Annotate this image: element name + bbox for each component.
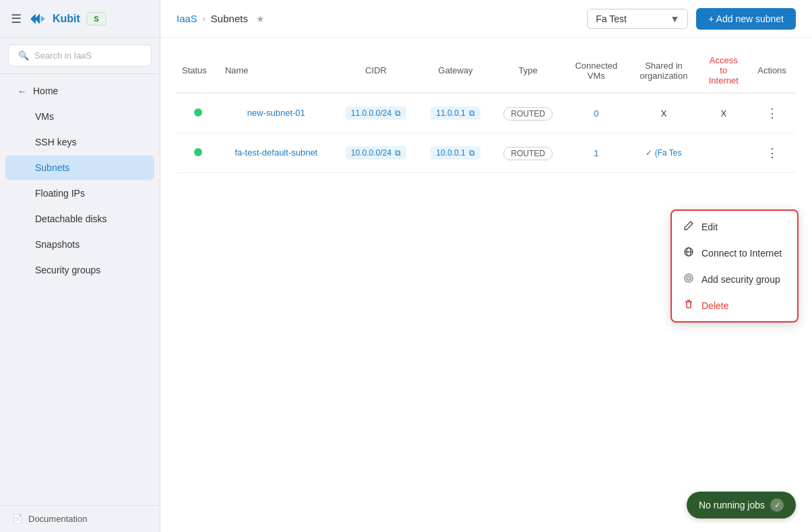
gateway-badge-2: 10.0.0.1 ⧉ — [431, 146, 480, 160]
row2-type: ROUTED — [492, 133, 564, 173]
row2-actions: ⋮ — [748, 133, 796, 173]
sidebar-item-subnets[interactable]: Subnets — [5, 156, 154, 180]
context-delete-label: Delete — [701, 300, 728, 311]
context-menu-edit[interactable]: Edit — [672, 213, 797, 240]
status-dot-green-2 — [194, 148, 202, 156]
sidebar-item-snapshots-label: Snapshots — [35, 239, 80, 250]
main-content: IaaS › Subnets ★ Fa Test ▼ + Add new sub… — [160, 0, 812, 532]
security-icon — [683, 273, 695, 286]
sidebar-item-detachable-disks-label: Detachable disks — [35, 213, 107, 224]
logo-area: Kubit S — [28, 11, 107, 26]
trash-icon — [683, 299, 695, 312]
row2-cidr: 10.0.0.0/24 ⧉ — [333, 133, 419, 173]
row2-name: fa-test-default-subnet — [220, 133, 333, 173]
col-access-internet: AccesstoInternet — [699, 48, 748, 93]
status-bar: No running jobs ✓ — [687, 492, 796, 519]
context-edit-label: Edit — [701, 222, 718, 232]
top-bar: IaaS › Subnets ★ Fa Test ▼ + Add new sub… — [160, 0, 812, 38]
copy-cidr-icon-2[interactable]: ⧉ — [395, 148, 401, 158]
pencil-icon — [683, 220, 695, 233]
sidebar-item-security-groups-label: Security groups — [35, 265, 100, 275]
sidebar-header: ☰ Kubit S — [0, 0, 160, 38]
svg-point-7 — [688, 277, 689, 279]
check-circle-icon: ✓ — [770, 498, 784, 512]
row2-gateway: 10.0.0.1 ⧉ — [419, 133, 492, 173]
sidebar-item-floating-ips-label: Floating IPs — [35, 188, 85, 199]
context-security-label: Add security group — [701, 274, 780, 285]
col-status: Status — [177, 48, 220, 93]
type-badge-2: ROUTED — [503, 147, 553, 160]
sidebar-item-vms-label: VMs — [35, 111, 54, 122]
row1-cidr: 11.0.0.0/24 ⧉ — [333, 93, 419, 133]
search-placeholder: Search in IaaS — [34, 51, 92, 61]
no-jobs-label: No running jobs — [699, 500, 765, 510]
arrow-left-icon: ← — [18, 86, 26, 96]
col-gateway: Gateway — [419, 48, 492, 93]
search-icon: 🔍 — [18, 51, 29, 61]
breadcrumb-separator: › — [203, 14, 206, 24]
context-connect-label: Connect to Internet — [701, 248, 782, 259]
org-selector[interactable]: Fa Test ▼ — [587, 9, 688, 29]
kubit-logo-text: Kubit — [53, 13, 80, 25]
context-menu-delete[interactable]: Delete — [672, 292, 797, 319]
row1-shared-org: X — [629, 93, 699, 133]
row1-name-link[interactable]: new-subnet-01 — [247, 108, 305, 118]
type-badge: ROUTED — [503, 107, 553, 121]
breadcrumb: IaaS › Subnets ★ — [177, 13, 265, 24]
col-type: Type — [492, 48, 564, 93]
sidebar-item-subnets-label: Subnets — [35, 162, 69, 173]
context-menu-connect-internet[interactable]: Connect to Internet — [672, 240, 797, 266]
sidebar: ☰ Kubit S 🔍 Search in IaaS ← Home VMs SS — [0, 0, 160, 532]
sidebar-item-floating-ips[interactable]: Floating IPs — [5, 181, 154, 205]
svg-rect-8 — [687, 302, 691, 308]
chevron-down-icon: ▼ — [670, 13, 679, 24]
doc-icon: 📄 — [12, 514, 23, 524]
sidebar-item-home-label: Home — [33, 86, 58, 96]
sidebar-item-ssh-keys-label: SSH keys — [35, 137, 76, 147]
documentation-label: Documentation — [28, 514, 87, 524]
copy-gateway-icon-2[interactable]: ⧉ — [469, 148, 475, 158]
no-jobs-badge[interactable]: No running jobs ✓ — [687, 492, 796, 519]
context-menu-add-security-group[interactable]: Add security group — [672, 266, 797, 292]
col-connected-vms: ConnectedVMs — [564, 48, 628, 93]
sidebar-documentation[interactable]: 📄 Documentation — [0, 505, 160, 532]
row1-gateway: 11.0.0.1 ⧉ — [419, 93, 492, 133]
sidebar-item-snapshots[interactable]: Snapshots — [5, 232, 154, 257]
favorite-icon[interactable]: ★ — [256, 13, 265, 24]
row2-access-internet — [699, 133, 748, 173]
table-row: fa-test-default-subnet 10.0.0.0/24 ⧉ 10.… — [177, 133, 796, 173]
context-menu: Edit Connect to Internet Add security gr… — [670, 209, 799, 323]
sidebar-item-ssh-keys[interactable]: SSH keys — [5, 130, 154, 154]
row2-shared-org: ✓ (Fa Tes — [629, 133, 699, 173]
kubit-logo-icon — [28, 11, 47, 26]
add-subnet-button[interactable]: + Add new subnet — [696, 8, 796, 30]
search-box[interactable]: 🔍 Search in IaaS — [8, 44, 152, 67]
copy-gateway-icon[interactable]: ⧉ — [469, 108, 475, 118]
row1-actions: ⋮ — [748, 93, 796, 133]
top-bar-right: Fa Test ▼ + Add new subnet — [587, 8, 796, 30]
cidr-badge: 11.0.0.0/24 ⧉ — [346, 106, 406, 120]
secondary-logo-icon: S — [86, 11, 107, 26]
org-selector-value: Fa Test — [596, 13, 627, 24]
hamburger-icon[interactable]: ☰ — [11, 11, 22, 26]
col-shared-org: Shared inorganization — [629, 48, 699, 93]
row2-name-link[interactable]: fa-test-default-subnet — [235, 147, 317, 158]
col-cidr: CIDR — [333, 48, 419, 93]
globe-icon — [683, 246, 695, 259]
breadcrumb-iaas[interactable]: IaaS — [177, 13, 197, 24]
row1-name: new-subnet-01 — [220, 93, 333, 133]
cidr-badge-2: 10.0.0.0/24 ⧉ — [346, 146, 406, 160]
sidebar-item-vms[interactable]: VMs — [5, 104, 154, 129]
svg-text:S: S — [94, 14, 98, 22]
table-row: new-subnet-01 11.0.0.0/24 ⧉ 11.0.0.1 ⧉ — [177, 93, 796, 133]
sidebar-item-detachable-disks[interactable]: Detachable disks — [5, 207, 154, 231]
subnets-table: Status Name CIDR Gateway Type ConnectedV… — [177, 48, 796, 173]
copy-cidr-icon[interactable]: ⧉ — [395, 108, 401, 118]
row1-more-button[interactable]: ⋮ — [761, 103, 784, 123]
table-area: Status Name CIDR Gateway Type ConnectedV… — [160, 38, 812, 532]
sidebar-item-security-groups[interactable]: Security groups — [5, 258, 154, 282]
row2-more-button[interactable]: ⋮ — [761, 143, 784, 163]
sidebar-item-home[interactable]: ← Home — [5, 79, 154, 103]
table-header-row: Status Name CIDR Gateway Type ConnectedV… — [177, 48, 796, 93]
row2-connected-vms: 1 — [564, 133, 628, 173]
